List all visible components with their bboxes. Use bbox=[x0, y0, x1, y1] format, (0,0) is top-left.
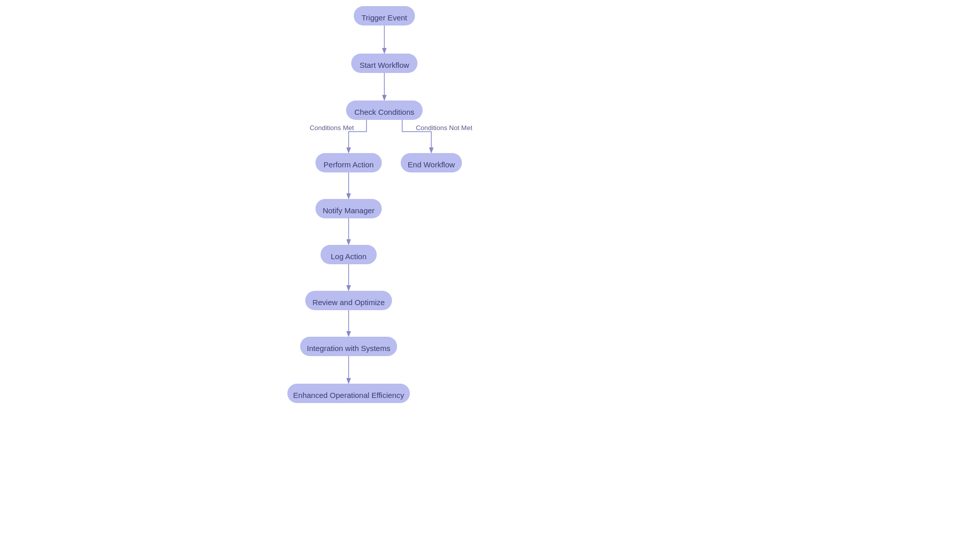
review-optimize-label: Review and Optimize bbox=[312, 298, 385, 307]
conditions-met-label: Conditions Met bbox=[310, 124, 354, 132]
integration-systems-label: Integration with Systems bbox=[307, 344, 390, 353]
perform-action-label: Perform Action bbox=[324, 160, 374, 169]
start-workflow-label: Start Workflow bbox=[359, 61, 409, 69]
flowchart-container: Trigger Event Start Workflow Check Condi… bbox=[0, 0, 980, 551]
check-conditions-label: Check Conditions bbox=[354, 108, 414, 116]
notify-manager-label: Notify Manager bbox=[323, 206, 375, 215]
end-workflow-label: End Workflow bbox=[408, 160, 455, 169]
enhanced-efficiency-label: Enhanced Operational Efficiency bbox=[293, 391, 404, 399]
trigger-event-label: Trigger Event bbox=[361, 13, 407, 22]
conditions-not-met-label: Conditions Not Met bbox=[416, 124, 473, 132]
log-action-label: Log Action bbox=[331, 252, 366, 261]
